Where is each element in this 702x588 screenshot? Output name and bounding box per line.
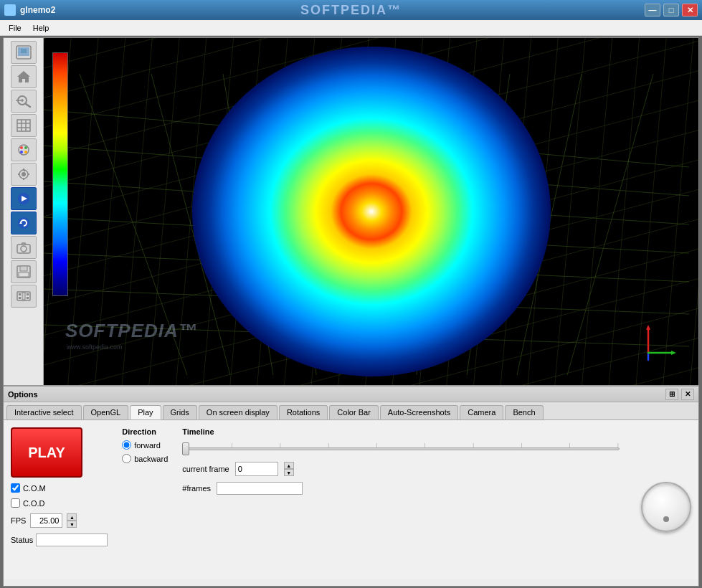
menu-file[interactable]: File [3, 22, 27, 34]
options-close-btn[interactable]: ✕ [681, 389, 694, 400]
svg-rect-31 [20, 266, 27, 271]
screenshot-icon-btn[interactable] [11, 41, 37, 64]
direction-section: Direction forward backward [122, 427, 168, 572]
menu-help[interactable]: Help [27, 22, 55, 34]
svg-rect-32 [19, 272, 29, 277]
svg-marker-58 [646, 325, 650, 330]
status-label: Status [11, 536, 33, 544]
softpedia-title-watermark: SOFTPEDIA™ [300, 3, 402, 18]
backward-radio[interactable] [122, 454, 131, 463]
color-bar-strip [52, 52, 68, 296]
settings-icon-btn[interactable] [11, 163, 37, 186]
app-icon [4, 4, 16, 16]
rotate-icon-btn[interactable] [11, 212, 37, 234]
svg-rect-36 [27, 293, 29, 295]
options-maximize-btn[interactable]: ⊞ [665, 389, 678, 400]
timeline-title: Timeline [182, 427, 620, 436]
svg-point-15 [24, 146, 27, 149]
options-panel: Options ⊞ ✕ Interactive select OpenGL Pl… [4, 385, 698, 586]
status-input[interactable] [36, 534, 108, 546]
svg-point-29 [21, 246, 27, 252]
timeline-slider[interactable]: | | | | | | | | | | [182, 442, 620, 456]
tab-auto-screenshots[interactable]: Auto-Screenshots [380, 405, 458, 419]
frame-down-btn[interactable]: ▼ [284, 469, 294, 476]
galaxy-visualization [192, 47, 551, 376]
menu-bar: File Help [0, 20, 702, 36]
grid-icon-btn[interactable] [11, 114, 37, 137]
com-checkbox[interactable] [11, 483, 20, 493]
film-icon-btn[interactable] [11, 285, 37, 308]
fps-input[interactable] [30, 513, 62, 528]
camera-icon-btn[interactable] [11, 236, 37, 259]
forward-label: forward [134, 441, 161, 450]
svg-rect-37 [27, 297, 29, 299]
timeline-section: Timeline | | | | | | | | | [182, 427, 620, 572]
tab-camera[interactable]: Camera [460, 405, 503, 419]
fps-down-btn[interactable]: ▼ [67, 521, 77, 528]
tab-bench[interactable]: Bench [505, 405, 543, 419]
svg-rect-12 [17, 120, 30, 131]
direction-title: Direction [122, 427, 168, 436]
com-label: C.O.M [23, 484, 46, 493]
palette-icon-btn[interactable] [11, 138, 37, 161]
svg-point-18 [22, 172, 26, 176]
svg-marker-3 [17, 71, 30, 82]
svg-line-5 [26, 104, 30, 107]
svg-point-26 [18, 217, 29, 229]
app-title: glnemo2 [20, 5, 55, 15]
close-button[interactable]: ✕ [682, 4, 698, 16]
save-icon-btn[interactable] [11, 260, 37, 283]
svg-marker-60 [671, 351, 676, 355]
zoom-icon-btn[interactable] [11, 90, 37, 113]
slider-track: | | | | | | | | | | [182, 447, 620, 450]
fps-up-btn[interactable]: ▲ [67, 513, 77, 521]
tab-interactive-select[interactable]: Interactive select [6, 405, 82, 419]
play-icon-btn[interactable] [11, 187, 37, 210]
svg-rect-35 [19, 297, 21, 299]
home-icon-btn[interactable] [11, 65, 37, 88]
tab-color-bar[interactable]: Color Bar [329, 405, 378, 419]
minimize-button[interactable]: — [645, 4, 660, 16]
tab-rotations[interactable]: Rotations [279, 405, 328, 419]
backward-label: backward [134, 455, 168, 463]
3d-viewport[interactable]: SOFTPEDIA™ www.softpedia.com [44, 38, 698, 385]
nframes-label: #frames [182, 484, 211, 493]
svg-point-17 [24, 151, 27, 153]
cod-checkbox[interactable] [11, 498, 20, 508]
frame-up-btn[interactable]: ▲ [284, 462, 294, 469]
current-frame-label: current frame [182, 465, 229, 473]
nframes-input[interactable] [217, 482, 303, 495]
current-frame-input[interactable] [235, 462, 278, 476]
tab-opengl[interactable]: OpenGL [83, 405, 129, 419]
left-toolbar [4, 38, 44, 385]
cod-label: C.O.D [23, 499, 45, 508]
title-bar: glnemo2 SOFTPEDIA™ — □ ✕ [0, 0, 702, 20]
tabs-bar: Interactive select OpenGL Play Grids On … [4, 402, 698, 420]
maximize-button[interactable]: □ [663, 4, 679, 16]
fps-label: FPS [11, 516, 26, 525]
options-header: Options ⊞ ✕ [4, 387, 698, 402]
forward-radio[interactable] [122, 440, 131, 450]
svg-point-13 [19, 145, 29, 155]
tab-on-screen-display[interactable]: On screen display [199, 405, 278, 419]
axis-indicator [634, 321, 677, 364]
svg-rect-34 [19, 293, 21, 295]
svg-rect-38 [22, 293, 25, 300]
svg-rect-2 [21, 49, 27, 53]
dial-indicator [663, 516, 669, 522]
tab-content-play: PLAY C.O.M C.O.D FPS ▲ ▼ [4, 420, 698, 579]
tab-play[interactable]: Play [130, 405, 161, 419]
play-button[interactable]: PLAY [11, 427, 82, 478]
options-title: Options [8, 390, 38, 399]
svg-point-16 [20, 151, 23, 153]
tab-grids[interactable]: Grids [163, 405, 197, 419]
rotation-dial[interactable] [641, 482, 691, 532]
svg-point-14 [20, 146, 23, 149]
slider-thumb[interactable] [182, 442, 189, 455]
